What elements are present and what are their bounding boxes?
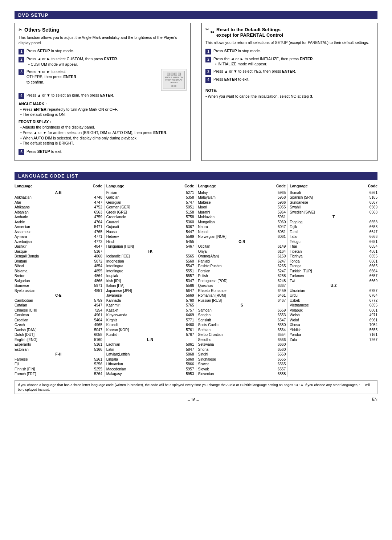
dvd-setup-header: DVD SETUP xyxy=(15,11,377,19)
lang-row: Pashto;Pushto6265 xyxy=(198,264,286,269)
lang-row: Slovenian6558 xyxy=(198,371,286,377)
note-section: NOTE: • When you want to cancel the init… xyxy=(205,86,373,99)
lang-row: Inupiak5557 xyxy=(106,273,194,279)
lang-row: Uzbek6772 xyxy=(290,298,377,303)
lang-row: Aymara4771 xyxy=(15,234,102,239)
lang-row: Bihari4854 xyxy=(15,264,102,269)
top-section: Others Setting This function allows you … xyxy=(15,23,377,161)
angle-mark-section: ANGLE MARK : • Press ENTER repeatedly to… xyxy=(19,102,187,117)
language-footer-note: If you choose a language that has a thre… xyxy=(15,380,377,394)
lang-row: Spanish [SPA]5165 xyxy=(290,195,377,200)
lang-row: Assamese4765 xyxy=(15,230,102,235)
lang-row: Irish [IRI]5347 xyxy=(106,279,194,284)
lang-row: Estonian5166 xyxy=(15,347,102,352)
lang-row: Faroese5261 xyxy=(15,357,102,362)
lang-row: Kinyarwanda6469 xyxy=(106,313,194,318)
lang-row: Hungarian [HUN]5467 xyxy=(106,244,194,249)
lang-row: Tsonga6665 xyxy=(290,264,377,269)
lang-row: Marathi5964 xyxy=(198,210,286,215)
lang-row: Danish [DAN]5047 xyxy=(15,328,102,333)
lang-row: Korean [KOR]5761 xyxy=(106,328,194,333)
step-5-text: Press SETUP to exit. xyxy=(26,149,187,154)
reset-step-1-num: 1 xyxy=(205,49,211,54)
lang-row: Breton4864 xyxy=(15,273,102,279)
lang-row: German [GER]5051 xyxy=(106,205,194,210)
lang-section-or: O-R xyxy=(198,239,286,244)
reset-step-4-text: Press ENTER to exit. xyxy=(213,77,373,82)
lang-section-t: T xyxy=(290,215,377,220)
lang-row: Greek [GRE]5158 xyxy=(106,210,194,215)
lang-row: Welsh4971 xyxy=(290,313,377,318)
reset-settings-title: Reset to the Default Settingsexcept for … xyxy=(211,27,283,38)
lang-row: Galician5358 xyxy=(106,195,194,200)
reset-icon: ✂ xyxy=(205,27,209,32)
others-setting-intro: This function allows you to adjust the A… xyxy=(19,35,187,45)
lang-row: Singhalese6555 xyxy=(198,357,286,362)
lang-row: Kazakh5757 xyxy=(106,308,194,313)
lang-row: Siswat6565 xyxy=(198,362,286,367)
lang-row: Serbo-Croatian6554 xyxy=(198,332,286,337)
lang-row: Hebrew5569 xyxy=(106,234,194,239)
lang-row: Latin5847 xyxy=(106,347,194,352)
lang-col-2-code-label: Code xyxy=(184,184,194,188)
lang-col-4-header: Language Code xyxy=(290,184,377,189)
lang-row: Lithuanian5866 xyxy=(106,362,194,367)
lang-row: Czech4965 xyxy=(15,322,102,328)
lang-row: Nauru6047 xyxy=(198,224,286,230)
lang-row: Zulu7267 xyxy=(290,337,377,342)
lang-row: Russian [RUS]6467 xyxy=(198,298,286,303)
lang-row: Greenlandic5758 xyxy=(106,215,194,220)
lang-row: Oriya6164 xyxy=(198,249,286,254)
lang-col-1-code-label: Code xyxy=(93,184,102,188)
lang-row: French [FRE]5264 xyxy=(15,371,102,377)
reset-step-3-num: 3 xyxy=(205,69,211,75)
lang-row: Sesotho6566 xyxy=(198,337,286,342)
lang-row: Tagalog6658 xyxy=(290,220,377,225)
lang-row: Occitan6149 xyxy=(198,244,286,249)
step-5: 5 Press SETUP to exit. xyxy=(19,149,187,155)
lang-row: Afrikaans4752 xyxy=(15,205,102,210)
lang-row: Interlingua5547 xyxy=(106,264,194,269)
lang-row: Chinese [CHI]7254 xyxy=(15,308,102,313)
reset-step-4: 4 Press ENTER to exit. xyxy=(205,77,373,83)
lang-row: Azerbaijani4772 xyxy=(15,239,102,244)
lang-row: Oromo(Afan)6159 xyxy=(198,254,286,259)
lang-row: Tamil6647 xyxy=(290,230,377,235)
lang-row: Croatian5464 xyxy=(15,318,102,323)
lang-row: Bashkir4847 xyxy=(15,244,102,249)
lang-row: Armenian5471 xyxy=(15,224,102,230)
lang-row: Mongolian5960 xyxy=(198,220,286,225)
lang-row: Latvian;Lettish5868 xyxy=(106,352,194,357)
lang-col-1: Language Code A-B Abkhazian4748 Afar4747… xyxy=(15,184,104,377)
lang-row: Dutch [DUT]6058 xyxy=(15,332,102,337)
lang-row: Tigrinya6655 xyxy=(290,254,377,259)
bottom-bar: – 16 – EN xyxy=(15,396,377,402)
lang-row: Albanian6563 xyxy=(15,210,102,215)
lang-row: Setswana6660 xyxy=(198,342,286,347)
lang-col-2: Language Code Frisian5271 Galician5358 G… xyxy=(104,184,196,377)
lang-section-ab: A-B xyxy=(15,190,102,195)
lang-col-1-header: Language Code xyxy=(15,184,102,189)
lang-row: Wolof6961 xyxy=(290,318,377,323)
step-2: 2 Press ◄ or ► to select CUSTOM, then pr… xyxy=(19,56,187,67)
lang-row: English [ENG]5160 xyxy=(15,337,102,342)
lang-row: Interlingue5551 xyxy=(106,269,194,274)
lang-col-2-lang-label: Language xyxy=(106,184,124,188)
lang-row: Frisian5271 xyxy=(106,190,194,195)
lang-row: Xhosa7054 xyxy=(290,322,377,328)
lang-row: Tonga6661 xyxy=(290,259,377,264)
lang-row: Swedish [SWE]6568 xyxy=(290,210,377,215)
lang-row: Rhaeto-Romance6459 xyxy=(198,288,286,293)
reset-step-1-text: Press SETUP in stop mode. xyxy=(213,48,373,54)
lang-row: Swahili6569 xyxy=(290,205,377,210)
lang-row: Panjabi6247 xyxy=(198,259,286,264)
lang-row: Tatar6666 xyxy=(290,234,377,239)
lang-row: Abkhazian4748 xyxy=(15,195,102,200)
lang-row: Afar4747 xyxy=(15,200,102,205)
note-label: NOTE: xyxy=(205,88,217,93)
step-5-num: 5 xyxy=(19,149,24,155)
lang-row: Bhutani5072 xyxy=(15,259,102,264)
device-diagram: ANGLE MARK ON FRONT DISPLAY BRIGHT xyxy=(161,69,187,91)
step-4: 4 Press ▲ or ▼ to select an item, then p… xyxy=(19,93,187,99)
reset-settings-intro: This allows you to return all selections… xyxy=(205,40,373,45)
